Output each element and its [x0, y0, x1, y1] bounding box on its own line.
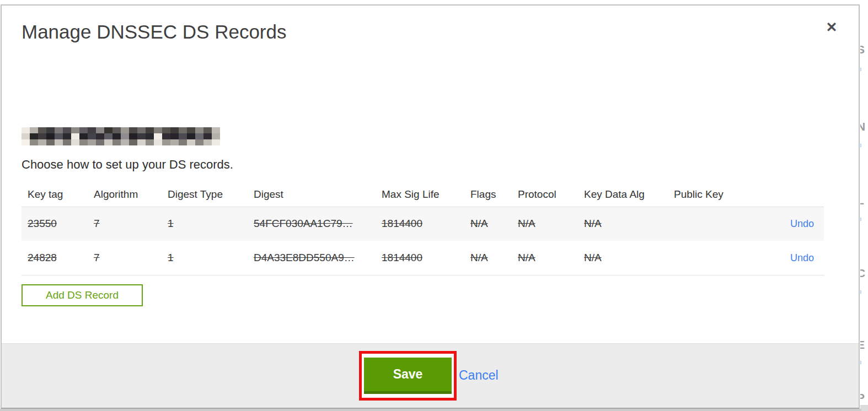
column-header-digest-type: Digest Type [162, 183, 248, 207]
cell-key-data-alg: N/A [578, 207, 668, 241]
close-icon[interactable]: ✕ [823, 19, 840, 35]
column-header-key-tag: Key tag [22, 183, 88, 207]
background-page-edge: SoNoLoCoEoP [860, 0, 868, 411]
background-page-edge-footer [860, 405, 868, 411]
cell-key-tag: 24828 [22, 241, 88, 275]
column-header-flags: Flags [464, 183, 512, 207]
column-header-public-key: Public Key [668, 183, 751, 207]
cell-digest-type: 1 [162, 207, 248, 241]
table-header-row: Key tag Algorithm Digest Type Digest Max… [22, 183, 824, 207]
column-header-algorithm: Algorithm [88, 183, 162, 207]
cell-key-tag: 23550 [22, 207, 88, 241]
column-header-key-data-alg: Key Data Alg [578, 183, 668, 207]
subtitle-text: Choose how to set up your DS records. [22, 158, 233, 172]
cell-algorithm: 7 [88, 207, 162, 241]
add-ds-record-button[interactable]: Add DS Record [22, 284, 143, 306]
cell-protocol: N/A [512, 207, 578, 241]
screen: SoNoLoCoEoP Manage DNSSEC DS Records ✕ C… [0, 0, 868, 411]
cell-algorithm: 7 [88, 241, 162, 275]
modal-footer: Save Cancel [2, 343, 859, 408]
cancel-link[interactable]: Cancel [459, 368, 499, 383]
table-row: 24828 7 1 D4A33E8DD550A9… 1814400 N/A N/… [22, 241, 824, 275]
undo-link[interactable]: Undo [790, 218, 814, 229]
cell-key-data-alg: N/A [578, 241, 668, 275]
cell-digest: D4A33E8DD550A9… [248, 241, 376, 275]
save-button[interactable]: Save [364, 358, 452, 394]
dnssec-ds-records-modal: Manage DNSSEC DS Records ✕ Choose how to… [1, 4, 860, 409]
column-header-max-sig-life: Max Sig Life [376, 183, 464, 207]
ds-records-table: Key tag Algorithm Digest Type Digest Max… [22, 183, 824, 275]
cell-protocol: N/A [512, 241, 578, 275]
table-row: 23550 7 1 54FCF030AA1C79… 1814400 N/A N/… [22, 207, 824, 241]
annotation-highlight-rectangle: Save [359, 351, 457, 401]
column-header-protocol: Protocol [512, 183, 578, 207]
cell-digest-type: 1 [162, 241, 248, 275]
cell-actions: Undo [751, 207, 824, 241]
column-header-digest: Digest [248, 183, 376, 207]
page-title: Manage DNSSEC DS Records [22, 21, 286, 43]
cell-flags: N/A [464, 207, 512, 241]
cell-public-key [668, 241, 751, 275]
background-page-bottom [0, 409, 861, 411]
undo-link[interactable]: Undo [790, 252, 814, 263]
cell-actions: Undo [751, 241, 824, 275]
cell-max-sig-life: 1814400 [376, 241, 464, 275]
cell-max-sig-life: 1814400 [376, 207, 464, 241]
cell-digest: 54FCF030AA1C79… [248, 207, 376, 241]
cell-flags: N/A [464, 241, 512, 275]
column-header-actions [751, 183, 824, 207]
redacted-domain-name [22, 127, 220, 145]
cell-public-key [668, 207, 751, 241]
